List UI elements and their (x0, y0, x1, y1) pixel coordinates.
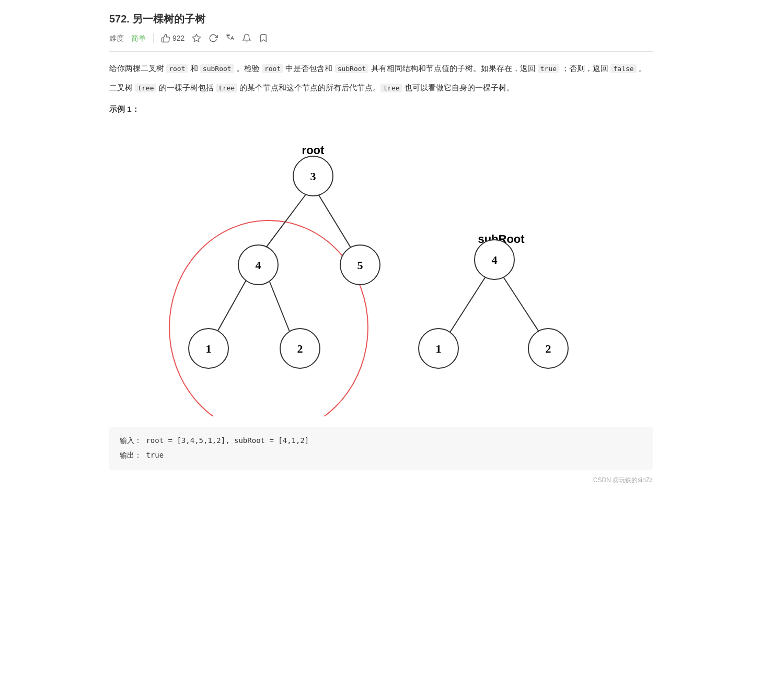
output-value: true (146, 451, 164, 459)
refresh-button[interactable] (209, 33, 218, 43)
code-tree1: tree (135, 84, 156, 92)
difficulty-label: 难度 (109, 32, 124, 44)
svg-text:1: 1 (206, 342, 212, 355)
desc-p2: 二叉树 tree 的一棵子树包括 tree 的某个节点和这个节点的所有后代节点。… (109, 80, 653, 95)
bookmark-button[interactable] (259, 33, 268, 43)
io-box: 输入： root = [3,4,5,1,2], subRoot = [4,1,2… (109, 427, 653, 470)
code-tree3: tree (380, 84, 402, 92)
difficulty-row: 难度 简单 922 (109, 32, 653, 52)
example-title: 示例 1： (109, 103, 653, 115)
divider-1 (153, 33, 154, 43)
translate-button[interactable] (225, 33, 235, 43)
difficulty-value: 简单 (131, 32, 146, 44)
input-line: 输入： root = [3,4,5,1,2], subRoot = [4,1,2… (120, 434, 642, 447)
svg-line-2 (261, 192, 308, 254)
svg-text:5: 5 (357, 259, 363, 272)
svg-text:1: 1 (436, 342, 442, 355)
svg-line-4 (214, 273, 250, 338)
output-line: 输出： true (120, 449, 642, 462)
page-container: 572. 另一棵树的子树 难度 简单 922 (94, 0, 668, 506)
page-title: 572. 另一棵树的子树 (109, 10, 653, 27)
code-subroot: subRoot (200, 64, 234, 73)
svg-text:2: 2 (546, 342, 551, 355)
svg-text:4: 4 (256, 259, 261, 272)
code-root2: root (262, 64, 283, 73)
bell-icon (242, 33, 251, 43)
svg-marker-0 (193, 34, 201, 42)
svg-line-18 (446, 273, 488, 338)
like-button[interactable]: 922 (161, 32, 184, 44)
watermark: CSDN @玩铁的sinZz (109, 475, 653, 485)
svg-line-19 (501, 274, 543, 338)
input-label: 输入： (120, 436, 142, 445)
code-false: false (610, 64, 636, 73)
tree-diagram: 3 root 4 5 1 2 subRoot 4 (146, 124, 616, 416)
star-icon (192, 33, 201, 43)
star-button[interactable] (192, 33, 201, 43)
description: 给你两棵二叉树 root 和 subRoot 。检验 root 中是否包含和 s… (109, 61, 653, 95)
thumbs-up-icon (161, 33, 170, 43)
output-label: 输出： (120, 451, 142, 459)
diagram-area: 3 root 4 5 1 2 subRoot 4 (109, 124, 653, 416)
svg-line-3 (318, 194, 355, 254)
svg-line-5 (266, 273, 292, 338)
svg-text:3: 3 (310, 170, 316, 183)
code-root: root (166, 64, 188, 73)
input-value: root = [3,4,5,1,2], subRoot = [4,1,2] (146, 436, 309, 445)
desc-p1: 给你两棵二叉树 root 和 subRoot 。检验 root 中是否包含和 s… (109, 61, 653, 75)
like-count: 922 (172, 32, 184, 44)
bell-button[interactable] (242, 33, 251, 43)
svg-text:2: 2 (297, 342, 303, 355)
code-subroot2: subRoot (335, 64, 369, 73)
code-tree2: tree (216, 84, 237, 92)
svg-text:root: root (302, 144, 325, 157)
svg-text:4: 4 (492, 253, 498, 266)
bookmark-icon (259, 33, 268, 43)
refresh-icon (209, 33, 218, 43)
translate-icon (225, 33, 235, 43)
code-true: true (538, 64, 559, 73)
